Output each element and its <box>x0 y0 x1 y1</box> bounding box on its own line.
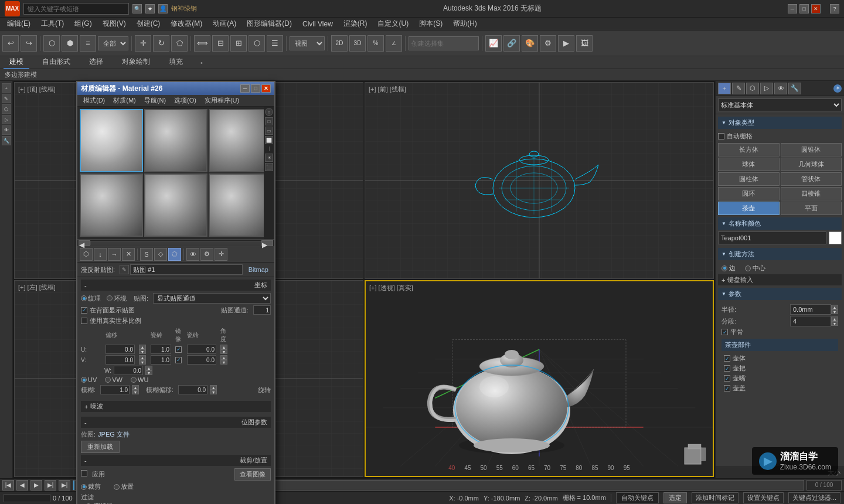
layer-dropdown[interactable]: 全部 <box>98 36 128 50</box>
part-body-checkbox[interactable] <box>724 355 730 362</box>
center-radio[interactable] <box>745 265 751 271</box>
mat-menu-options[interactable]: 选项(O) <box>171 96 200 105</box>
menu-modifiers[interactable]: 修改器(M) <box>166 18 207 30</box>
map-channel-select[interactable]: 显式贴图通道 顶点颜色通道 <box>153 293 271 304</box>
menu-customize[interactable]: 自定义(U) <box>373 18 413 30</box>
mat-hscroll-left[interactable]: ◀ <box>79 240 90 246</box>
env-radio[interactable] <box>107 295 113 301</box>
render-setup-btn[interactable]: ⚙ <box>540 35 556 52</box>
mat-reset-btn[interactable]: ✕ <box>122 248 135 261</box>
mat-show-map-btn[interactable]: ⬠ <box>168 248 181 261</box>
shape-torus[interactable]: 圆环 <box>718 187 780 200</box>
edge-radio-label[interactable]: 边 <box>722 264 736 273</box>
rotate-btn[interactable]: ↻ <box>153 35 169 52</box>
menu-animation[interactable]: 动画(A) <box>208 18 241 30</box>
mat-standard-btn[interactable]: S <box>140 248 153 261</box>
mat-sample-5[interactable] <box>144 173 207 237</box>
tab-modeling[interactable]: 建模 <box>4 56 29 69</box>
texture-radio-label[interactable]: 纹理 <box>81 294 101 303</box>
scale-btn[interactable]: ⬠ <box>171 35 188 52</box>
viewport-bottom-right[interactable]: [+] [透视] [真实] <box>365 280 714 477</box>
mat-bitmap-name-field[interactable] <box>130 264 243 275</box>
mat-bg-icon[interactable]: ⬛ <box>265 163 273 171</box>
object-color-swatch[interactable] <box>829 231 842 244</box>
mat-sample-2[interactable] <box>144 109 207 172</box>
select-btn[interactable]: 选定 <box>663 492 687 503</box>
right-panel-settings-btn[interactable]: ☀ <box>833 84 842 93</box>
set-key-btn[interactable]: 设置关键点 <box>743 492 784 503</box>
object-name-field[interactable] <box>718 231 826 244</box>
add-time-btn[interactable]: 添加时间标记 <box>692 492 738 503</box>
anim-prev-btn[interactable]: ◀ <box>16 480 28 491</box>
segments-down[interactable]: ▼ <box>831 321 838 326</box>
params-header[interactable]: ▼ 参数 <box>718 288 842 300</box>
mirror-btn[interactable]: ⟺ <box>194 35 210 52</box>
right-tab-modify[interactable]: ✎ <box>732 83 745 94</box>
u-angle-up[interactable]: ▲ <box>220 345 227 349</box>
menu-graph-editor[interactable]: 图形编辑器(D) <box>242 18 297 30</box>
blur-offset-field[interactable] <box>178 385 207 394</box>
mat-menu-utilities[interactable]: 实用程序(U) <box>201 96 243 105</box>
mat-assign-btn[interactable]: → <box>108 248 121 261</box>
wu-radio[interactable] <box>131 377 137 383</box>
maximize-btn[interactable]: □ <box>799 4 809 13</box>
radius-field[interactable] <box>790 304 831 315</box>
part-handle-checkbox[interactable] <box>724 365 730 372</box>
bitmap-params-header[interactable]: - 位图参数 <box>81 417 271 428</box>
mat-sample-1[interactable] <box>80 109 143 172</box>
quick-render-btn[interactable]: ▶ <box>558 35 574 52</box>
right-tab-hierarchy[interactable]: ⬡ <box>746 83 759 94</box>
blur-offset-down[interactable]: ▼ <box>210 390 217 394</box>
mat-view-btn[interactable]: 👁 <box>186 248 199 261</box>
coords-header[interactable]: - 坐标 <box>81 280 271 291</box>
mat-menu-nav[interactable]: 导航(N) <box>141 96 169 105</box>
place-radio-label[interactable]: 放置 <box>114 482 134 491</box>
mat-box-icon[interactable]: □ <box>265 117 273 125</box>
reload-btn[interactable]: 重新加载 <box>81 441 120 453</box>
viewport-top-right[interactable]: [+] [前] [线框] <box>365 82 714 279</box>
center-radio-label[interactable]: 中心 <box>745 264 765 273</box>
mat-sample-6[interactable] <box>209 173 272 237</box>
shape-geosphere[interactable]: 几何球体 <box>781 158 842 171</box>
anim-start-btn[interactable]: |◀ <box>2 480 14 491</box>
mat-sample-4[interactable] <box>80 173 143 237</box>
auto-grid-checkbox[interactable] <box>718 133 724 139</box>
shape-cone[interactable]: 圆锥体 <box>781 143 842 156</box>
select-obj-btn[interactable]: ⬡ <box>43 35 60 52</box>
wu-radio-label[interactable]: WU <box>131 376 148 383</box>
align-btn[interactable]: ⊟ <box>212 35 229 52</box>
right-tab-display[interactable]: 👁 <box>774 83 787 94</box>
tab-populate[interactable]: 填充 <box>163 56 189 69</box>
smooth-checkbox[interactable] <box>722 329 728 335</box>
segments-up[interactable]: ▲ <box>831 316 838 321</box>
crop-place-header[interactable]: - 裁剪/放置 <box>81 455 271 466</box>
menu-create[interactable]: 创建(C) <box>132 18 165 30</box>
w-angle-field[interactable] <box>114 366 143 375</box>
move-btn[interactable]: ✛ <box>135 35 151 52</box>
uv-radio-label[interactable]: UV <box>81 376 97 383</box>
u-tile-field[interactable] <box>151 345 171 354</box>
v-angle-field[interactable] <box>187 355 216 365</box>
part-spout-checkbox[interactable] <box>724 375 730 382</box>
search-btn[interactable]: 🔍 <box>132 4 142 13</box>
bg-show-checkbox[interactable] <box>81 307 87 314</box>
mat-maximize-btn[interactable]: □ <box>251 84 260 93</box>
creation-method-header[interactable]: ▼ 创建方法 <box>718 248 842 260</box>
tab-freeform[interactable]: 自由形式 <box>36 56 76 69</box>
create-panel-btn[interactable]: + <box>2 83 11 93</box>
menu-group[interactable]: 组(G) <box>70 18 96 30</box>
uv-radio[interactable] <box>81 377 87 383</box>
modify-panel-btn[interactable]: ✎ <box>2 94 11 103</box>
u-offset-down[interactable]: ▼ <box>139 349 146 354</box>
mat-editor-btn[interactable]: 🎨 <box>522 35 538 52</box>
shape-pyramid[interactable]: 四棱锥 <box>781 187 842 200</box>
apply-checkbox[interactable] <box>81 470 87 476</box>
menu-script[interactable]: 脚本(S) <box>414 18 447 30</box>
snap-angle-btn[interactable]: ∠ <box>386 35 402 52</box>
mat-make-unique-btn[interactable]: ◇ <box>154 248 167 261</box>
mat-get-material-btn[interactable]: ⬡ <box>80 248 93 261</box>
vw-radio-label[interactable]: VW <box>105 376 122 383</box>
segments-field[interactable] <box>790 316 831 326</box>
v-tile-checkbox[interactable] <box>175 357 182 363</box>
v-offset-up[interactable]: ▲ <box>139 355 146 360</box>
